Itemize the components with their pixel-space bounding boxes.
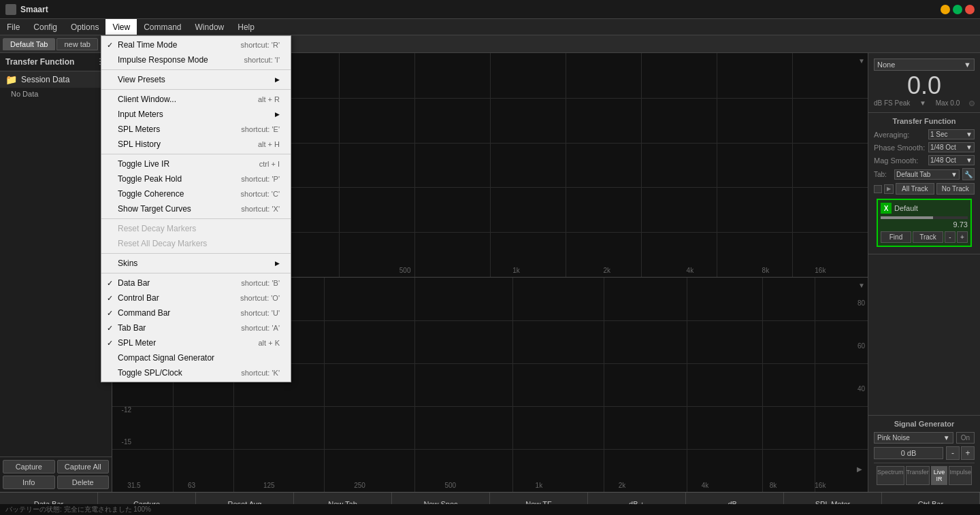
track-controls: ▶ All Track No Track [874, 183, 975, 195]
delete-button[interactable]: Delete [57, 476, 110, 489]
all-track-button[interactable]: All Track [896, 183, 934, 195]
tf-averaging-select[interactable]: 1 Sec ▼ [928, 129, 975, 139]
level-dropdown[interactable]: None ▼ [874, 59, 975, 71]
right-panel: None ▼ 0.0 dB FS Peak ▼ Max 0.0 Transfer… [868, 53, 980, 492]
maximize-button[interactable] [953, 5, 962, 14]
vm-toggle-coherence-shortcut: shortcut: 'C' [241, 190, 280, 198]
chart-top-xlabel-500: 500 [399, 267, 411, 274]
vm-show-target-curves[interactable]: Show Target Curves shortcut: 'X' [101, 201, 291, 216]
vm-client-window[interactable]: Client Window... alt + R [101, 92, 291, 107]
vm-skins[interactable]: Skins [101, 256, 291, 271]
menu-config[interactable]: Config [27, 19, 64, 35]
sidebar-folder-label: Session Data [21, 75, 69, 84]
vm-toggle-peak-hold[interactable]: Toggle Peak Hold shortcut: 'P' [101, 171, 291, 186]
card-minus-button[interactable]: - [945, 231, 956, 243]
card-find-button[interactable]: Find [881, 231, 911, 243]
chart-bottom-xlabel-8k: 8k [770, 482, 777, 489]
close-button[interactable] [965, 5, 975, 14]
vm-spl-meter-label: SPL Meter [118, 338, 156, 348]
noise-type-select[interactable]: Pink Noise ▼ [874, 432, 953, 444]
info-button[interactable]: Info [3, 476, 55, 489]
signal-plus-button[interactable]: + [961, 446, 975, 460]
vm-tab-bar[interactable]: Tab Bar shortcut: 'A' [101, 320, 291, 335]
tab-spectrum[interactable]: Spectrum [877, 466, 904, 485]
chart-bottom-xlabel-4k: 4k [702, 482, 709, 489]
tf-averaging-row: Averaging: 1 Sec ▼ [874, 129, 975, 139]
vm-command-bar[interactable]: Command Bar shortcut: 'U' [101, 305, 291, 320]
no-track-button[interactable]: No Track [936, 183, 975, 195]
vm-realtime[interactable]: Real Time Mode shortcut: 'R' [101, 37, 291, 52]
chart-top-xlabel-1k: 1k [512, 267, 520, 274]
vm-realtime-shortcut: shortcut: 'R' [241, 41, 280, 49]
chart-bottom-dropdown-arrow[interactable]: ▼ [858, 282, 865, 289]
signal-minus-button[interactable]: - [946, 446, 960, 460]
card-close-button[interactable]: X [881, 203, 892, 214]
signal-on-button[interactable]: On [956, 432, 975, 444]
chart-top-dropdown-arrow[interactable]: ▼ [858, 57, 865, 65]
track-checkbox[interactable] [874, 185, 882, 193]
menu-help[interactable]: Help [231, 19, 261, 35]
card-header: X Default [881, 203, 968, 214]
sidebar-item-nodata[interactable]: No Data [0, 88, 112, 100]
chart-bottom-right-arrow[interactable]: ▶ [857, 465, 862, 473]
vm-spl-meter[interactable]: SPL Meter alt + K [101, 335, 291, 350]
menu-view[interactable]: View [105, 19, 137, 35]
vm-spl-history[interactable]: SPL History alt + H [101, 137, 291, 152]
vm-divider-3 [101, 154, 291, 154]
vm-toggle-spl-clock-label: Toggle SPL/Clock [118, 368, 182, 378]
level-max: Max 0.0 [936, 99, 960, 107]
tf-phasesmooth-select[interactable]: 1/48 Oct ▼ [928, 142, 975, 152]
menu-window[interactable]: Window [189, 19, 231, 35]
tab-default[interactable]: Default Tab [3, 38, 55, 50]
capture-button[interactable]: Capture [3, 460, 55, 474]
card-value: 9.73 [953, 220, 968, 229]
tf-phasesmooth-arrow: ▼ [966, 144, 973, 151]
track-play-button[interactable]: ▶ [884, 184, 894, 194]
tab-new[interactable]: new tab [56, 38, 98, 50]
tab-transfer[interactable]: Transfer [906, 466, 930, 485]
vm-client-window-shortcut: alt + R [258, 95, 280, 103]
tf-phasesmooth-label: Phase Smooth: [874, 144, 928, 152]
vm-compact-signal-gen[interactable]: Compact Signal Generator [101, 350, 291, 365]
card-track-button[interactable]: Track [913, 231, 943, 243]
chart-bottom-ylabel-60: 60 [858, 342, 865, 350]
window-controls [941, 5, 975, 14]
vm-divider-6 [101, 273, 291, 273]
vm-show-target-curves-label: Show Target Curves [118, 204, 191, 214]
tab-live-ir[interactable]: Live IR [931, 466, 948, 485]
capture-all-button[interactable]: Capture All [57, 460, 110, 474]
card-value-row: 9.73 [881, 220, 968, 229]
menu-command[interactable]: Command [137, 19, 188, 35]
vm-data-bar[interactable]: Data Bar shortcut: 'B' [101, 276, 291, 290]
tf-averaging-label: Averaging: [874, 131, 928, 139]
vm-toggle-spl-clock[interactable]: Toggle SPL/Clock shortcut: 'K' [101, 365, 291, 380]
level-dropdown-arrow2[interactable]: ▼ [919, 99, 926, 107]
vm-presets[interactable]: View Presets [101, 72, 291, 87]
vm-impulse[interactable]: Impulse Response Mode shortcut: 'I' [101, 52, 291, 67]
menu-bar: File Config Options View Command Window … [0, 19, 980, 35]
vm-spl-meters[interactable]: SPL Meters shortcut: 'E' [101, 122, 291, 137]
menu-options[interactable]: Options [64, 19, 105, 35]
menu-file[interactable]: File [0, 19, 27, 35]
vm-divider-1 [101, 69, 291, 70]
vm-input-meters-label: Input Meters [118, 110, 163, 119]
chart-bottom-ylabel--15: -15 [122, 438, 131, 446]
minimize-button[interactable] [941, 5, 950, 14]
vm-toggle-live-ir[interactable]: Toggle Live IR ctrl + I [101, 156, 291, 171]
tab-impulse[interactable]: Impulse [949, 466, 972, 485]
signal-gen-row2: 0 dB - + [874, 446, 975, 460]
chart-bottom-xlabel-500: 500 [444, 482, 456, 489]
wrench-button[interactable]: 🔧 [962, 168, 975, 180]
card-plus-button[interactable]: + [957, 231, 968, 243]
signal-db-value: 0 dB [874, 447, 943, 459]
vm-control-bar[interactable]: Control Bar shortcut: 'O' [101, 290, 291, 305]
vm-spl-history-shortcut: alt + H [258, 140, 280, 148]
vm-input-meters[interactable]: Input Meters [101, 107, 291, 122]
vm-reset-all-decay-label: Reset All Decay Markers [118, 239, 207, 248]
vm-show-target-curves-shortcut: shortcut: 'X' [241, 205, 280, 213]
sidebar-folder-session[interactable]: 📁 Session Data [0, 71, 112, 88]
vm-toggle-coherence[interactable]: Toggle Coherence shortcut: 'C' [101, 186, 291, 201]
card-name: Default [894, 204, 918, 212]
tf-tab-select[interactable]: Default Tab ▼ [894, 169, 960, 180]
tf-magsmooth-select[interactable]: 1/48 Oct ▼ [928, 155, 975, 165]
